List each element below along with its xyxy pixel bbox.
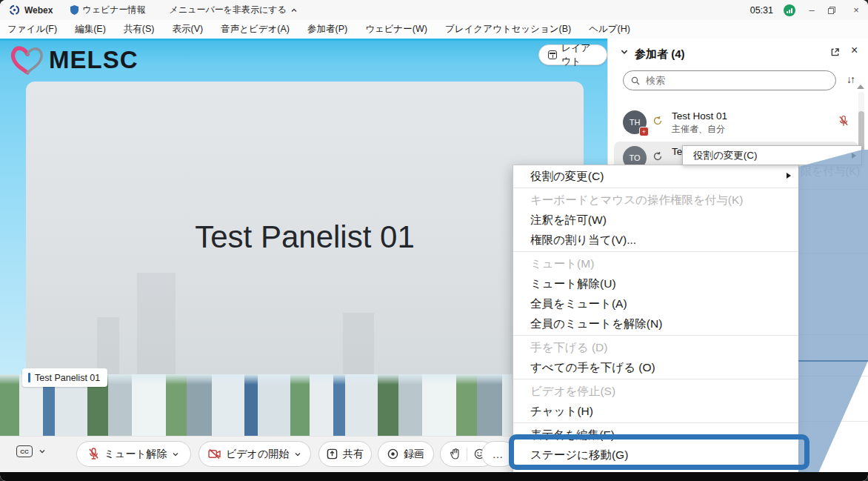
menu-item[interactable]: ビデオを停止(S) <box>513 381 798 401</box>
chevron-down-icon <box>172 451 179 458</box>
app-title: Webex <box>24 5 53 16</box>
search-icon <box>631 76 640 85</box>
divider <box>467 448 467 461</box>
participant-row-host[interactable]: TH + Test Host 01 主催者、自分 <box>614 106 858 139</box>
participant-name: Test Host 01 <box>672 110 727 122</box>
menubar-item[interactable]: 共有(S) <box>124 23 155 36</box>
search-box[interactable] <box>623 70 836 90</box>
closed-captions-icon: CC <box>16 445 33 457</box>
minimize-button[interactable]: – <box>806 0 818 20</box>
layout-button[interactable]: レイアウト <box>538 44 607 65</box>
share-icon <box>327 448 338 460</box>
restore-icon <box>828 7 835 14</box>
brand-logo: MELSC <box>10 44 138 76</box>
chevron-up-icon <box>290 7 298 14</box>
clock: 05:31 <box>750 5 773 16</box>
record-icon <box>387 448 398 460</box>
scroll-up-arrow[interactable] <box>857 84 864 89</box>
camera-off-icon <box>208 448 221 460</box>
close-button[interactable]: × <box>850 0 862 20</box>
melsc-heart-icon <box>10 44 44 76</box>
menu-item[interactable]: ミュート解除(U) <box>513 273 798 293</box>
unmute-button[interactable]: ミュート解除 <box>76 441 191 467</box>
menu-item[interactable]: 全員をミュート(A) <box>513 293 798 314</box>
menu-item[interactable]: 役割の変更(C) <box>693 149 758 162</box>
brand-name: MELSC <box>49 46 138 74</box>
avatar: TH + <box>623 110 647 134</box>
menu-separator <box>513 251 798 252</box>
participant-role: 主催者、自分 <box>672 123 725 136</box>
stage-move-highlight-box <box>509 434 809 470</box>
share-button[interactable]: 共有 <box>318 441 372 467</box>
connection-quality-icon[interactable] <box>784 4 795 16</box>
menu-item[interactable]: ミュート(M) <box>513 253 798 273</box>
menu-item[interactable]: チャット(H) <box>513 401 798 421</box>
chevron-down-icon <box>39 448 46 455</box>
titlebar: Webex ウェビナー情報 メニューバーを非表示にする 05:31 – × <box>0 0 868 20</box>
menu-separator <box>513 335 798 336</box>
shield-icon <box>70 5 79 15</box>
menu-separator <box>513 188 798 188</box>
close-panel-button[interactable]: × <box>851 44 858 57</box>
mic-muted-icon <box>88 448 99 460</box>
record-button[interactable]: 録画 <box>378 441 434 467</box>
shared-screen-title: Test Panelist 01 <box>26 219 584 255</box>
skyline-silhouette <box>137 273 176 381</box>
menubar-item[interactable]: ファイル(F) <box>7 23 57 36</box>
menu-item[interactable]: キーボードとマウスの操作権限を付与(K) <box>513 190 798 210</box>
context-menu: 役割の変更(C) キーボードとマウスの操作権限を付与(K) 注釈を許可(W) 権… <box>513 165 799 481</box>
sort-button[interactable]: ↓↑ <box>847 73 854 85</box>
hide-menubar-button[interactable]: メニューバーを非表示にする <box>170 4 298 16</box>
search-input[interactable] <box>644 74 807 87</box>
audio-indicator-icon <box>28 373 30 382</box>
menubar-item[interactable]: ウェビナー(W) <box>365 23 427 36</box>
host-badge-icon: + <box>639 127 649 136</box>
webex-logo-icon <box>9 4 20 16</box>
menu-item[interactable]: すべての手を下げる (O) <box>513 357 798 377</box>
captions-button[interactable]: CC <box>16 445 46 457</box>
active-speaker-badge: Test Panelist 01 <box>22 368 107 387</box>
sync-icon <box>652 116 663 126</box>
menu-separator <box>513 422 798 423</box>
titlebar-right: 05:31 – × <box>750 0 862 20</box>
menu-item[interactable]: 権限の割り当て(V)... <box>513 230 798 250</box>
participants-title: 参加者 (4) <box>635 47 685 62</box>
menu-item[interactable]: 手を下げる (D) <box>513 337 798 357</box>
menu-item[interactable]: 役割の変更(C) <box>513 166 798 186</box>
bottom-letterbox <box>0 472 868 481</box>
raise-hand-button[interactable] <box>450 448 460 460</box>
menu-item[interactable]: 注釈を許可(W) <box>513 210 798 230</box>
collapse-chevron-icon[interactable] <box>620 47 629 56</box>
restore-button[interactable] <box>828 7 840 14</box>
layout-grid-icon <box>548 50 557 59</box>
start-video-button[interactable]: ビデオの開始 <box>198 441 311 467</box>
menubar-item[interactable]: 編集(E) <box>75 23 106 36</box>
menubar-item[interactable]: 表示(V) <box>172 23 203 36</box>
submenu-arrow-icon <box>787 173 791 179</box>
sync-icon <box>652 151 663 162</box>
participants-header: 参加者 (4) × <box>608 43 868 65</box>
mic-muted-icon[interactable] <box>838 115 849 127</box>
menubar-item[interactable]: ヘルプ(H) <box>589 23 630 36</box>
raise-hand-icon <box>450 448 460 460</box>
menubar-item[interactable]: ブレイクアウトセッション(B) <box>445 23 571 36</box>
menu-separator <box>513 379 798 379</box>
menubar-item[interactable]: 参加者(P) <box>307 23 347 36</box>
chevron-down-icon <box>294 451 301 458</box>
menubar-item[interactable]: 音声とビデオ(A) <box>221 23 290 36</box>
stage-top-accent <box>0 39 607 41</box>
video-tile: Test Panelist 01 <box>26 82 584 380</box>
menu-item[interactable]: 全員のミュートを解除(N) <box>513 314 798 334</box>
titlebar-left: Webex ウェビナー情報 メニューバーを非表示にする <box>0 4 317 16</box>
menubar: ファイル(F)編集(E)共有(S)表示(V)音声とビデオ(A)参加者(P)ウェビ… <box>0 20 868 39</box>
webex-window: Webex ウェビナー情報 メニューバーを非表示にする 05:31 – × <box>0 0 868 481</box>
skyline-silhouette <box>343 313 374 381</box>
pop-out-icon[interactable] <box>830 47 840 57</box>
webinar-info-button[interactable]: ウェビナー情報 <box>70 4 145 16</box>
